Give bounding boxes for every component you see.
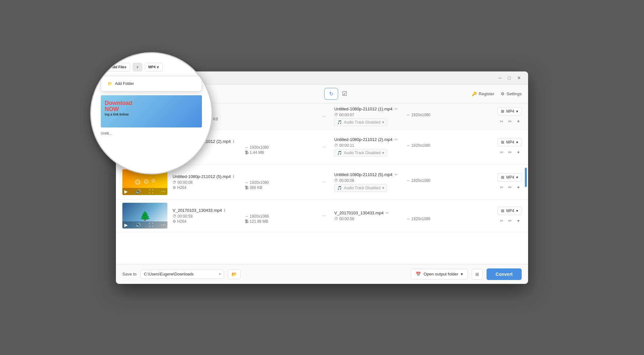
grid-icon: ⊞ <box>475 272 479 277</box>
toolbar: 📄 Add Files ▾ ⊞ MP4 ▾ ↻ ☑ <box>116 85 528 103</box>
effects-button-1[interactable]: ✦ <box>515 117 522 125</box>
fullscreen-icon[interactable]: ⛶ <box>149 189 153 194</box>
output-info-4: V_20170103_130433.mp4 ✏ ⏱ 00:00:59 ↔ 192… <box>334 210 475 221</box>
add-files-button[interactable]: 📄 Add Files <box>122 89 156 99</box>
format-grid-icon: ⊞ <box>501 175 504 180</box>
title-bar: 🎬 orbits Video Converter ─ □ ✕ <box>116 71 528 85</box>
play-icon[interactable]: ▶ <box>124 222 128 228</box>
convert-button[interactable]: Convert <box>487 268 522 280</box>
format-grid-icon: ⊞ <box>501 109 504 114</box>
register-button[interactable]: 🔑 Register <box>472 91 494 96</box>
chevron-down-icon: ▾ <box>382 186 384 190</box>
chevron-down-icon: ▾ <box>516 209 518 213</box>
cut-button-3[interactable]: ✂ <box>498 183 505 191</box>
edit-button-4[interactable]: ✏ <box>507 217 513 225</box>
file-info-2: Untitled-1080p-211012 (2).mp4 ℹ ⏱ 00:00:… <box>173 139 313 155</box>
arrow-icon: → <box>318 179 329 185</box>
chevron-down-icon: ▾ <box>382 120 384 125</box>
volume-icon[interactable]: 🔊 <box>136 154 141 159</box>
effects-button-2[interactable]: ✦ <box>515 148 522 156</box>
info-icon[interactable]: ℹ <box>224 208 225 213</box>
info-icon[interactable]: ℹ <box>233 174 234 179</box>
format-selector-1[interactable]: ⊞ MP4 ▾ <box>497 107 522 116</box>
mag-mp4: MP4 ∨ <box>145 63 163 71</box>
save-path-text: C:\Users\Eugene\Downloads <box>144 272 217 276</box>
format-col-3: ⊞ MP4 ▾ ✂ ✏ ✦ <box>480 173 522 191</box>
edit-output-name-icon[interactable]: ✏ <box>394 137 398 142</box>
dropdown-arrow-button[interactable]: ▾ <box>159 89 169 99</box>
edit-button-1[interactable]: ✏ <box>507 117 513 125</box>
toolbar-left: 📄 Add Files ▾ ⊞ MP4 ▾ <box>122 89 200 99</box>
output-info-2: Untitled-1080p-211012 (2).mp4 ✏ ⏱ 00:00:… <box>334 137 475 157</box>
play-icon[interactable]: ▶ <box>124 154 128 159</box>
format-button[interactable]: ⊞ MP4 ▾ <box>172 89 200 99</box>
folder-open-icon: 📂 <box>232 272 237 277</box>
fullscreen-icon[interactable]: ⛶ <box>149 222 153 228</box>
scrollbar[interactable] <box>525 103 527 264</box>
edit-button-2[interactable]: ✏ <box>507 148 513 156</box>
edit-button-3[interactable]: ✏ <box>507 183 513 191</box>
minimize-button[interactable]: ─ <box>497 75 504 81</box>
app-icon: 🎬 <box>121 75 127 80</box>
thumbnail <box>122 108 167 124</box>
more-icon[interactable]: ⋯ <box>161 222 166 228</box>
volume-icon[interactable]: 🔊 <box>136 222 141 228</box>
format-selector-3[interactable]: ⊞ MP4 ▾ <box>497 173 522 182</box>
format-selector-4[interactable]: ⊞ MP4 ▾ <box>497 207 522 215</box>
bottom-bar: Save to C:\Users\Eugene\Downloads ▾ 📂 📅 … <box>116 264 528 284</box>
music-icon: 🎵 <box>337 120 342 125</box>
check-icon: ☑ <box>342 90 347 97</box>
edit-output-name-icon[interactable]: ✏ <box>394 172 398 177</box>
audio-track-dropdown-1[interactable]: 🎵 Audio Track Disabled ▾ <box>334 118 387 126</box>
format-selector-2[interactable]: ⊞ MP4 ▾ <box>497 138 522 146</box>
save-path-input[interactable]: C:\Users\Eugene\Downloads ▾ <box>140 270 224 279</box>
scrollbar-thumb[interactable] <box>525 168 527 187</box>
mag-dropdown: ∨ <box>133 63 142 71</box>
edit-output-name-icon[interactable]: ✏ <box>394 107 398 111</box>
refresh-button[interactable]: ↻ <box>324 88 338 100</box>
table-row: 🌲 ▶ 🔊 ⛶ ⋯ V_20170103_130433.mp4 ℹ <box>116 200 528 232</box>
arrow-icon: → <box>318 144 329 150</box>
info-icon[interactable]: ℹ <box>233 139 234 144</box>
file-info-4: V_20170103_130433.mp4 ℹ ⏱ 00:00:59 ↔ 192… <box>173 208 313 224</box>
effects-button-4[interactable]: ✦ <box>515 217 522 225</box>
play-icon[interactable]: ▶ <box>124 189 128 194</box>
chevron-down-icon: ▾ <box>516 140 518 145</box>
refresh-icon: ↻ <box>329 91 333 97</box>
audio-track-dropdown-2[interactable]: 🎵 Audio Track Disabled ▾ <box>334 149 387 157</box>
music-icon: 🎵 <box>337 186 342 190</box>
format-grid-icon: ⊞ <box>177 91 180 96</box>
edit-output-name-icon[interactable]: ✏ <box>385 210 389 215</box>
effects-button-3[interactable]: ✦ <box>515 183 522 191</box>
open-output-folder-button[interactable]: 📅 Open output folder ▾ <box>411 269 468 279</box>
browse-folder-button[interactable]: 📂 <box>228 269 241 279</box>
more-icon[interactable]: ⋯ <box>161 189 166 194</box>
grid-view-button[interactable]: ⊞ <box>472 269 483 280</box>
chevron-down-icon: ▾ <box>163 91 165 96</box>
fullscreen-icon[interactable]: ⛶ <box>149 154 153 159</box>
format-col-4: ⊞ MP4 ▾ ✂ ✏ ✦ <box>480 207 522 225</box>
output-info-3: Untitled-1080p-211012 (5).mp4 ✏ ⏱ 00:00:… <box>334 172 475 192</box>
mag-file-icon: 📄 <box>104 65 109 69</box>
gear-icon: ⚙ <box>501 91 505 96</box>
cut-button-2[interactable]: ✂ <box>498 148 505 156</box>
cut-button-4[interactable]: ✂ <box>498 217 505 225</box>
maximize-button[interactable]: □ <box>506 75 513 81</box>
path-dropdown-icon: ▾ <box>219 272 221 276</box>
audio-track-dropdown-3[interactable]: 🎵 Audio Track Disabled ▾ <box>334 184 387 192</box>
table-row: Download NOW ▶ 🔊 ⛶ ⋯ Untitled-1080p-2110… <box>116 130 528 165</box>
mag-add-files: 📄 Add Files <box>101 63 130 71</box>
volume-icon[interactable]: 🔊 <box>136 189 141 194</box>
close-button[interactable]: ✕ <box>515 75 523 81</box>
calendar-icon: 📅 <box>416 272 421 276</box>
more-icon[interactable]: ⋯ <box>161 154 166 159</box>
thumbnail-3: ⚙ ⚙ ⚙ ▶ 🔊 ⛶ ⋯ <box>122 169 167 195</box>
settings-button[interactable]: ⚙ Settings <box>501 91 522 96</box>
info-icon[interactable]: ℹ <box>207 111 209 116</box>
check-button[interactable]: ☑ <box>342 90 347 97</box>
cut-button-1[interactable]: ✂ <box>498 117 505 125</box>
output-info: Untitled-1080p-211012 (1).mp4 ✏ ⏱ 00:00:… <box>334 107 475 126</box>
toolbar-right: 🔑 Register ⚙ Settings <box>472 91 522 96</box>
app-title: orbits Video Converter <box>129 75 171 80</box>
format-col: ⊞ MP4 ▾ ✂ ✏ ✦ <box>480 107 522 125</box>
